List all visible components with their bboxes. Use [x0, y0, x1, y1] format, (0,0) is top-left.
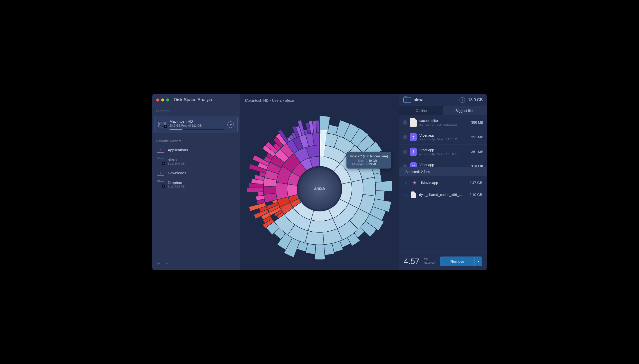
right-panel: ⌂ alexa ↑ 18.0 GB Outline Biggest files …	[399, 94, 487, 270]
file-name: cache.sqlite	[419, 119, 469, 123]
file-icon: ✆	[410, 162, 417, 167]
total-size-label: GBSelected	[424, 258, 436, 265]
file-row[interactable]: i✆Viber.appale › Lib › Ap › Viber › 12.6…	[399, 159, 487, 167]
app-window: Disk Space Analyzer Storages Macintosh H…	[152, 94, 487, 270]
file-icon: ★	[411, 178, 418, 187]
selected-header: Selected: 2 files	[399, 167, 487, 176]
sidebar: Disk Space Analyzer Storages Macintosh H…	[152, 94, 240, 270]
disk-icon	[158, 122, 166, 128]
home-folder-icon: ⌂	[403, 97, 411, 103]
folder-icon	[157, 182, 164, 187]
file-name: Viber.app	[419, 163, 469, 167]
file-path: ale › Lib › Ap › Viber › 12.8.1.20	[419, 138, 469, 141]
total-size-number: 4.57	[404, 257, 419, 266]
add-favorite-button[interactable]: ＋	[156, 260, 161, 267]
right-header: ⌂ alexa ↑ 18.0 GB	[399, 94, 487, 106]
close-icon[interactable]	[156, 98, 159, 102]
remove-favorite-button[interactable]: －	[165, 260, 170, 267]
info-icon[interactable]: i	[403, 150, 407, 154]
file-list: icache.sqliteale › Lib › Gr › 3L6 › data…	[399, 115, 487, 167]
sidebar-item-downloads[interactable]: ↓Downloads	[152, 168, 240, 178]
favorite-name: alexa	[168, 158, 185, 162]
file-path: ale › Lib › Gr › 3L6 › databases	[419, 123, 469, 126]
folder-icon: A	[157, 147, 164, 152]
favorite-name: Downloads	[168, 171, 186, 175]
right-size: 18.0 GB	[468, 98, 483, 102]
file-icon	[411, 192, 416, 198]
chart-tooltip: ViberPC (sub hidden item) Size:1.49 GB M…	[346, 152, 391, 168]
file-size: 351 MB	[471, 150, 483, 154]
file-name: dyld_shared_cache_x86_...	[419, 193, 467, 197]
sidebar-item-applications[interactable]: AApplications	[152, 144, 240, 155]
sidebar-footer: ＋ －	[152, 256, 240, 270]
checkbox[interactable]: ✓	[404, 193, 408, 197]
file-name: Viber.app	[419, 148, 469, 152]
tab-biggest-files[interactable]: Biggest files	[443, 106, 487, 115]
tooltip-name: ViberPC (sub hidden item)	[350, 154, 388, 158]
file-size: 319 MB	[471, 164, 483, 167]
folder-icon: ⌂	[157, 158, 164, 164]
file-size: 386 MB	[471, 120, 483, 124]
tab-outline[interactable]: Outline	[399, 106, 443, 115]
sidebar-item-dropbox[interactable]: DropboxSize: 4.52 GB	[152, 178, 240, 190]
file-path: ale › Lib › Ap › Viber › 12.8.0.75	[419, 152, 469, 156]
file-icon	[410, 118, 417, 127]
selected-row[interactable]: ✓dyld_shared_cache_x86_...2.10 GB	[399, 189, 487, 200]
file-icon: ✆	[410, 148, 417, 156]
file-size: 2.10 GB	[470, 193, 482, 197]
remove-button[interactable]: Remove	[440, 256, 475, 266]
info-icon[interactable]: i	[403, 164, 407, 167]
file-icon: ✆	[410, 133, 417, 141]
file-size: 351 MB	[471, 135, 483, 139]
checkbox[interactable]: ✓	[404, 181, 408, 185]
right-title: alexa	[414, 98, 457, 102]
favorites-header: Favorite Folders	[152, 135, 240, 144]
selected-list: ✓★iMovie.app2.47 GB✓dyld_shared_cache_x8…	[399, 176, 487, 200]
tabs: Outline Biggest files	[399, 106, 487, 115]
remove-dropdown[interactable]: ▼	[475, 256, 482, 266]
remove-button-group: Remove ▼	[440, 256, 482, 266]
storage-item[interactable]: Macintosh HD 28.5 GB Free of 121 GB	[154, 116, 238, 133]
folder-icon: ↓	[157, 170, 164, 176]
go-up-button[interactable]: ↑	[460, 97, 465, 103]
right-footer: 4.57 GBSelected Remove ▼	[399, 252, 487, 270]
storage-name: Macintosh HD	[169, 119, 224, 124]
favorite-name: Applications	[168, 148, 188, 152]
storage-subtitle: 28.5 GB Free of 121 GB	[169, 124, 224, 128]
titlebar: Disk Space Analyzer	[152, 94, 240, 104]
file-row[interactable]: icache.sqliteale › Lib › Gr › 3L6 › data…	[399, 115, 487, 130]
file-name: Viber.app	[419, 134, 469, 137]
storages-label: Storages	[156, 109, 170, 113]
sidebar-item-alexa[interactable]: ⌂alexaSize: 18.0 GB	[152, 155, 240, 168]
favorites-list: AApplications⌂alexaSize: 18.0 GB↓Downloa…	[152, 144, 240, 190]
selected-row[interactable]: ✓★iMovie.app2.47 GB	[399, 176, 487, 189]
file-row[interactable]: i✆Viber.appale › Lib › Ap › Viber › 12.8…	[399, 144, 487, 159]
file-name: iMovie.app	[421, 181, 467, 185]
main-panel: Macintosh HD › Users › alexa alexa Viber…	[240, 94, 399, 270]
minimize-icon[interactable]	[161, 98, 164, 102]
chart-center[interactable]: alexa	[298, 167, 341, 211]
breadcrumb[interactable]: Macintosh HD › Users › alexa	[240, 94, 399, 107]
file-row[interactable]: i✆Viber.appale › Lib › Ap › Viber › 12.8…	[399, 130, 487, 144]
app-title: Disk Space Analyzer	[174, 97, 215, 102]
sunburst-chart[interactable]: alexa ViberPC (sub hidden item) Size:1.4…	[240, 107, 399, 270]
zoom-icon[interactable]	[166, 98, 169, 102]
info-icon[interactable]: i	[403, 120, 407, 125]
favorite-subtitle: Size: 4.52 GB	[168, 185, 185, 188]
scan-button[interactable]	[228, 122, 234, 128]
window-controls	[156, 98, 169, 102]
storage-progress	[169, 129, 224, 130]
favorite-subtitle: Size: 18.0 GB	[168, 162, 185, 165]
file-size: 2.47 GB	[470, 181, 482, 185]
storages-header: Storages	[152, 104, 240, 114]
info-icon[interactable]: i	[403, 135, 407, 139]
favorites-label: Favorite Folders	[156, 139, 181, 143]
favorite-name: Dropbox	[168, 180, 185, 185]
